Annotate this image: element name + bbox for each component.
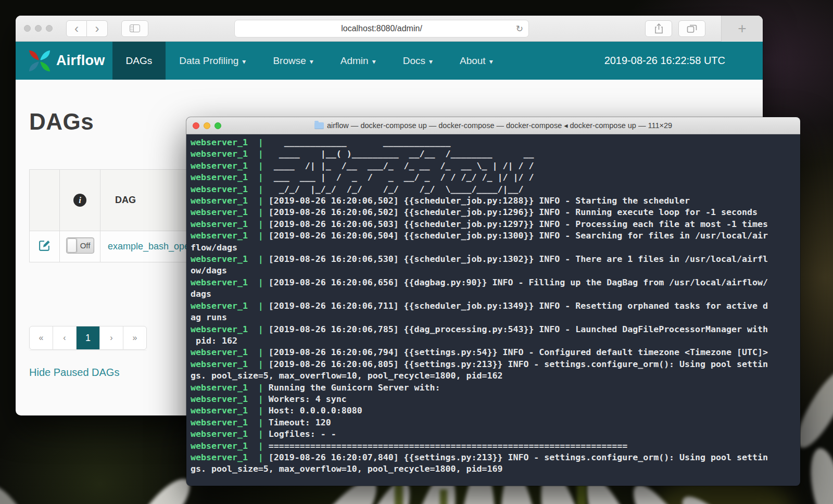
nav-item-data-profiling[interactable]: Data Profiling▾ [166, 42, 259, 80]
traffic-light-zoom-icon[interactable] [46, 25, 53, 32]
log-message: ========================================… [263, 441, 627, 451]
back-icon: ‹ [74, 22, 79, 35]
log-message: ____ |__( )_________ __/__ /________ __ [263, 149, 534, 159]
new-tab-button[interactable]: + [721, 16, 763, 42]
reload-icon[interactable]: ↻ [516, 23, 523, 34]
traffic-light-minimize-icon[interactable] [35, 25, 42, 32]
pagination-button[interactable]: « [29, 326, 53, 350]
chevron-down-icon: ▾ [372, 57, 376, 66]
window-controls [24, 25, 53, 32]
sidebar-toggle-button[interactable] [121, 20, 148, 37]
browser-titlebar[interactable]: ‹ › localhost:8080/admin/ ↻ [16, 16, 763, 42]
log-service-prefix: webserver_1 | [191, 161, 263, 171]
log-message: pid: 162 [191, 336, 237, 346]
log-message: ow/dags [191, 266, 227, 275]
nav-item-label: Docs [403, 55, 425, 67]
log-message: dags [191, 289, 211, 299]
terminal-log-line: webserver_1 | Logfiles: - - [191, 429, 800, 440]
terminal-log-line: flow/dags [191, 242, 800, 254]
nav-item-dags[interactable]: DAGs [112, 42, 166, 80]
log-message: [2019-08-26 16:20:06,503] {{scheduler_jo… [263, 219, 768, 229]
info-circle-icon[interactable]: i [73, 194, 86, 207]
terminal-window: airflow — docker-compose up — docker-com… [186, 117, 800, 486]
hide-paused-dags-link[interactable]: Hide Paused DAGs [29, 367, 119, 379]
log-service-prefix: webserver_1 | [191, 219, 263, 229]
chevron-down-icon: ▾ [489, 57, 493, 66]
terminal-log-line: gs. pool_size=5, max_overflow=10, pool_r… [191, 463, 800, 475]
log-service-prefix: webserver_1 | [191, 452, 263, 462]
dag-pause-toggle[interactable]: Off [66, 237, 94, 254]
log-service-prefix: webserver_1 | [191, 137, 263, 147]
tabs-overview-icon [687, 24, 697, 33]
terminal-log-line: ow/dags [191, 265, 800, 276]
log-message: gs. pool_size=5, max_overflow=10, pool_r… [191, 371, 502, 381]
log-message: [2019-08-26 16:20:06,504] {{scheduler_jo… [263, 231, 768, 241]
log-service-prefix: webserver_1 | [191, 406, 263, 415]
terminal-log-line: webserver_1 | _/_/ |_/_/ /_/ /_/ /_/ \__… [191, 184, 800, 195]
log-message: Host: 0.0.0.0:8080 [263, 406, 362, 415]
terminal-log-line: webserver_1 | ____ |__( )_________ __/__… [191, 148, 800, 160]
log-service-prefix: webserver_1 | [191, 429, 263, 439]
toggle-knob [67, 238, 77, 253]
nav-item-admin[interactable]: Admin▾ [327, 42, 389, 80]
share-icon [654, 23, 663, 34]
navbar-menu: DAGsData Profiling▾Browse▾Admin▾Docs▾Abo… [105, 42, 507, 80]
nav-item-browse[interactable]: Browse▾ [259, 42, 326, 80]
show-tabs-button[interactable] [678, 20, 705, 37]
log-message: flow/dags [191, 243, 237, 253]
address-bar[interactable]: localhost:8080/admin/ ↻ [234, 20, 529, 37]
terminal-titlebar[interactable]: airflow — docker-compose up — docker-com… [186, 117, 800, 134]
terminal-log-line: webserver_1 | [2019-08-26 16:20:06,794] … [191, 347, 800, 358]
airflow-brand[interactable]: Airflow [16, 42, 105, 80]
traffic-light-close-icon[interactable] [193, 122, 199, 129]
forward-button[interactable]: › [87, 20, 108, 37]
terminal-log-line: webserver_1 | [2019-08-26 16:20:07,840] … [191, 452, 800, 463]
terminal-log-line: dags [191, 288, 800, 300]
edit-icon[interactable] [38, 239, 51, 252]
traffic-light-minimize-icon[interactable] [204, 122, 210, 129]
nav-item-label: Data Profiling [179, 55, 238, 67]
pagination-button[interactable]: ‹ [53, 326, 77, 350]
nav-item-about[interactable]: About▾ [446, 42, 507, 80]
traffic-light-zoom-icon[interactable] [214, 122, 221, 129]
nav-item-docs[interactable]: Docs▾ [389, 42, 446, 80]
nav-item-label: Browse [273, 55, 306, 67]
log-message: [2019-08-26 16:20:06,805] {{settings.py:… [263, 359, 768, 369]
pagination-button[interactable]: » [123, 326, 147, 350]
log-service-prefix: webserver_1 | [191, 196, 263, 206]
folder-icon [314, 122, 324, 129]
log-message: ____ /| |_ /__ ___/_ /_ __ /_ __ \_ | /|… [263, 161, 534, 171]
traffic-light-close-icon[interactable] [24, 25, 31, 32]
chevron-down-icon: ▾ [429, 57, 433, 66]
log-message: [2019-08-26 16:20:06,785] {{dag_processi… [263, 324, 768, 334]
terminal-log-line: webserver_1 | ____________ _____________ [191, 137, 800, 148]
terminal-log-line: webserver_1 | [2019-08-26 16:20:06,805] … [191, 359, 800, 370]
log-message: [2019-08-26 16:20:06,656] {{dagbag.py:90… [263, 278, 768, 287]
toggle-cell: Off [60, 231, 100, 262]
log-message: Running the Gunicorn Server with: [263, 383, 440, 393]
terminal-log-line: webserver_1 | Running the Gunicorn Serve… [191, 382, 800, 394]
pagination-button[interactable]: › [99, 326, 123, 350]
edit-column-header [30, 170, 60, 231]
back-button[interactable]: ‹ [66, 20, 87, 37]
log-message: gs. pool_size=5, max_overflow=10, pool_r… [191, 464, 502, 474]
log-message: Timeout: 120 [263, 418, 331, 427]
log-service-prefix: webserver_1 | [191, 278, 263, 287]
log-service-prefix: webserver_1 | [191, 394, 263, 404]
share-button[interactable] [645, 20, 672, 37]
terminal-output[interactable]: webserver_1 | ____________ _____________… [186, 134, 800, 486]
terminal-log-line: webserver_1 | ==========================… [191, 440, 800, 452]
terminal-log-line: webserver_1 | [2019-08-26 16:20:06,504] … [191, 230, 800, 242]
log-service-prefix: webserver_1 | [191, 184, 263, 194]
log-service-prefix: webserver_1 | [191, 207, 263, 217]
terminal-log-line: webserver_1 | [2019-08-26 16:20:06,711] … [191, 300, 800, 312]
nav-item-label: About [460, 55, 486, 67]
log-service-prefix: webserver_1 | [191, 441, 263, 451]
terminal-log-line: gs. pool_size=5, max_overflow=10, pool_r… [191, 370, 800, 382]
terminal-log-line: webserver_1 | [2019-08-26 16:20:06,502] … [191, 207, 800, 218]
daisy-petal [805, 446, 833, 504]
log-service-prefix: webserver_1 | [191, 231, 263, 241]
log-message: ___ ___ | / _ / _ __/ _ / / /_/ /_ |/ |/… [263, 172, 534, 182]
window-controls [193, 122, 221, 129]
pagination-current-page[interactable]: 1 [76, 326, 100, 350]
